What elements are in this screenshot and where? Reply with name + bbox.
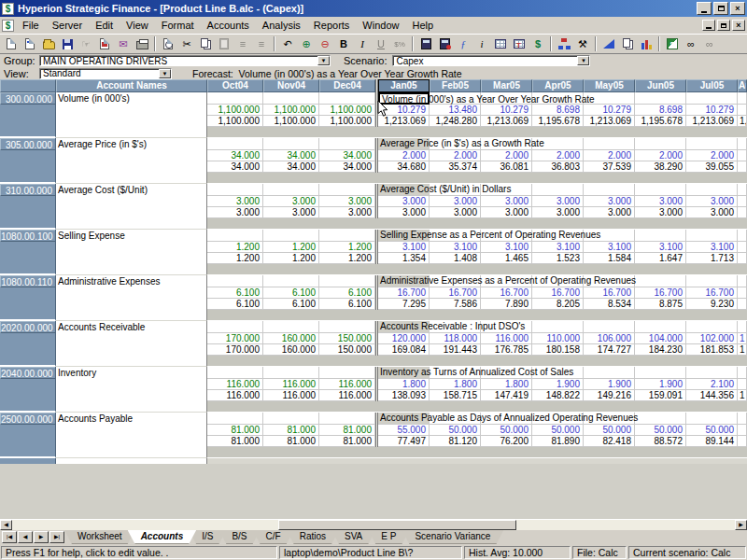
input-forecast-cell[interactable]: 10.279: [584, 105, 635, 116]
output-history-cell[interactable]: 1.200: [207, 253, 263, 264]
input-partial-cell[interactable]: [738, 379, 747, 390]
row-header[interactable]: 310.00.000: [0, 184, 56, 230]
consolidate-button[interactable]: [555, 35, 573, 52]
output-forecast-cell[interactable]: 82.418: [584, 436, 635, 447]
label-empty-cell[interactable]: [263, 230, 319, 242]
input-forecast-cell[interactable]: 50.000: [532, 425, 584, 436]
output-forecast-cell[interactable]: 1.523: [532, 253, 584, 264]
forecast-label-cell[interactable]: [635, 92, 686, 105]
document-icon[interactable]: $: [2, 20, 14, 32]
input-forecast-cell[interactable]: 3.100: [378, 242, 430, 253]
input-forecast-cell[interactable]: 50.000: [430, 425, 481, 436]
forecast-label-cell[interactable]: [686, 367, 738, 379]
input-history-cell[interactable]: 1,100.000: [319, 105, 375, 116]
input-partial-cell[interactable]: [738, 287, 747, 299]
bold-button[interactable]: B: [334, 35, 353, 52]
output-partial-cell[interactable]: [738, 253, 747, 264]
output-forecast-cell[interactable]: 148.822: [532, 390, 584, 401]
row-header[interactable]: 1080.00.110: [0, 275, 56, 321]
label-empty-cell[interactable]: [263, 92, 319, 105]
label-empty-cell[interactable]: [207, 138, 263, 150]
menu-item-window[interactable]: Window: [356, 18, 405, 33]
column-header-dec04[interactable]: Dec04: [319, 79, 375, 92]
row-header[interactable]: 2020.00.000: [0, 321, 56, 367]
output-forecast-cell[interactable]: 34.680: [378, 161, 430, 173]
chevron-down-icon[interactable]: ▼: [159, 69, 171, 78]
output-forecast-cell[interactable]: 1,195.678: [635, 116, 686, 127]
input-partial-cell[interactable]: [738, 242, 747, 253]
forecast-label-cell[interactable]: [686, 230, 738, 242]
forecast-label-cell[interactable]: [635, 184, 686, 196]
output-partial-cell[interactable]: [738, 161, 747, 173]
doc-restore-button[interactable]: [717, 20, 730, 31]
label-empty-cell[interactable]: [207, 367, 263, 379]
output-forecast-cell[interactable]: 1.647: [635, 253, 686, 264]
label-empty-cell[interactable]: [263, 413, 319, 425]
output-forecast-cell[interactable]: 1,213.069: [584, 116, 635, 127]
chevron-down-icon[interactable]: ▼: [317, 56, 330, 65]
output-forecast-cell[interactable]: 89.144: [686, 436, 738, 447]
input-forecast-cell[interactable]: 50.000: [686, 425, 738, 436]
group-dropdown[interactable]: MAIN OPERATING DRIVERS ▼: [39, 55, 331, 66]
output-forecast-cell[interactable]: 138.093: [378, 390, 430, 401]
output-forecast-cell[interactable]: 36.803: [532, 161, 584, 173]
output-history-cell[interactable]: 170.000: [207, 344, 263, 356]
account-names-header[interactable]: Account Names: [56, 79, 207, 92]
output-history-cell[interactable]: 3.000: [263, 207, 319, 218]
row-header[interactable]: 1080.00.100: [0, 230, 56, 275]
account-name-cell[interactable]: Administrative Expenses: [56, 275, 207, 321]
forecast-label-cell[interactable]: [635, 413, 686, 425]
output-forecast-cell[interactable]: 1,213.069: [686, 116, 738, 127]
output-forecast-cell[interactable]: 8.875: [635, 299, 686, 310]
label-partial-cell[interactable]: [738, 138, 747, 150]
output-forecast-cell[interactable]: 35.374: [430, 161, 481, 173]
output-forecast-cell[interactable]: 3.000: [584, 207, 635, 218]
input-history-cell[interactable]: 6.100: [207, 287, 263, 299]
scroll-right-icon[interactable]: ▶: [735, 520, 747, 530]
input-forecast-cell[interactable]: 3.000: [430, 196, 481, 207]
input-forecast-cell[interactable]: 104.000: [635, 333, 686, 344]
undo-button[interactable]: ↶: [278, 35, 297, 52]
input-forecast-cell[interactable]: 120.000: [378, 333, 430, 344]
input-forecast-cell[interactable]: 16.700: [635, 287, 686, 299]
menu-item-analysis[interactable]: Analysis: [256, 18, 307, 33]
forecast-label-cell[interactable]: Accounts Receivable : Input DSO's: [378, 321, 430, 333]
output-forecast-cell[interactable]: 76.200: [481, 436, 532, 447]
app-icon[interactable]: $: [2, 3, 14, 15]
input-history-cell[interactable]: 1,100.000: [263, 105, 319, 116]
italic-button[interactable]: I: [353, 35, 372, 52]
output-history-cell[interactable]: 3.000: [319, 207, 375, 218]
column-header-jun05[interactable]: Jun05: [635, 79, 686, 92]
label-empty-cell[interactable]: [207, 321, 263, 333]
restore-button[interactable]: [713, 2, 728, 15]
input-forecast-cell[interactable]: 1.900: [532, 379, 584, 390]
input-forecast-cell[interactable]: 106.000: [584, 333, 635, 344]
label-partial-cell[interactable]: [738, 413, 747, 425]
copy-chart-button[interactable]: [618, 35, 637, 52]
input-history-cell[interactable]: 81.000: [207, 425, 263, 436]
input-forecast-cell[interactable]: 16.700: [584, 287, 635, 299]
output-forecast-cell[interactable]: 159.091: [635, 390, 686, 401]
label-empty-cell[interactable]: [263, 184, 319, 196]
label-empty-cell[interactable]: [319, 413, 375, 425]
input-forecast-cell[interactable]: 3.000: [686, 196, 738, 207]
forecast-label-cell[interactable]: [635, 230, 686, 242]
account-name-cell[interactable]: Selling Expense: [56, 230, 207, 275]
output-forecast-cell[interactable]: 3.000: [686, 207, 738, 218]
output-forecast-cell[interactable]: 1,195.678: [532, 116, 584, 127]
row-header[interactable]: 2040.00.000: [0, 367, 56, 413]
input-history-cell[interactable]: 160.000: [263, 333, 319, 344]
input-history-cell[interactable]: 34.000: [207, 150, 263, 161]
output-history-cell[interactable]: 116.000: [263, 390, 319, 401]
input-history-cell[interactable]: 3.000: [207, 196, 263, 207]
forecast-label-cell[interactable]: [532, 321, 584, 333]
row-header[interactable]: 300.00.000: [0, 92, 56, 138]
label-partial-cell[interactable]: [738, 184, 747, 196]
input-forecast-cell[interactable]: 3.000: [532, 196, 584, 207]
next-tab-button[interactable]: ▶: [34, 531, 49, 543]
output-forecast-cell[interactable]: 184.230: [635, 344, 686, 356]
output-forecast-cell[interactable]: 38.290: [635, 161, 686, 173]
tab-ratios[interactable]: Ratios: [287, 530, 339, 544]
output-history-cell[interactable]: 81.000: [319, 436, 375, 447]
formula-button[interactable]: ƒ: [454, 35, 472, 52]
